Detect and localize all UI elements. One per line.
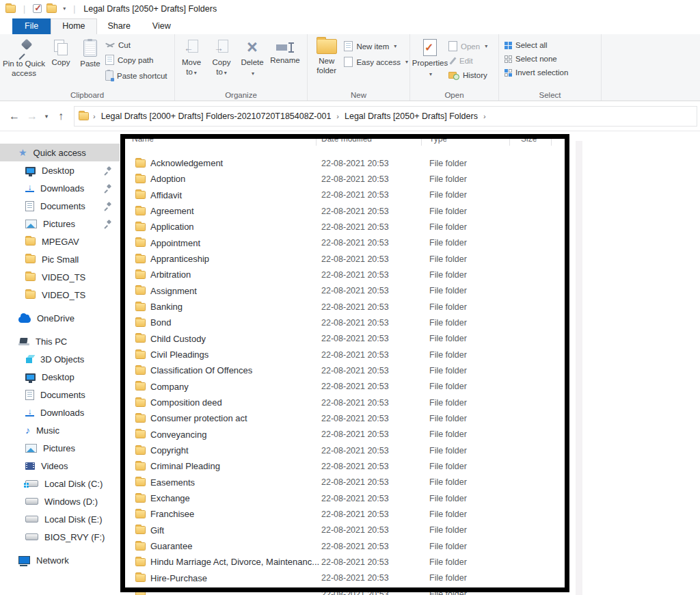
select-all-button[interactable]: Select all	[504, 41, 568, 49]
address-bar[interactable]: ›Legal Drafts [2000+ Drafts] Folders-202…	[74, 106, 697, 127]
table-row[interactable]: Acknowledgement22-08-2021 20:53File fold…	[120, 155, 700, 171]
breadcrumb-item-legal-drafts-2000-drafts-folders-20210720t185408z-001[interactable]: Legal Drafts [2000+ Drafts] Folders-2021…	[101, 111, 332, 121]
sidebar-item-music[interactable]: Music	[0, 421, 120, 439]
rename-button[interactable]: Rename	[268, 34, 302, 66]
properties-button[interactable]: Properties ▾	[412, 34, 448, 77]
table-row[interactable]: Franchisee22-08-2021 20:53File folder	[120, 506, 700, 522]
sidebar-item-desktop[interactable]: Desktop	[0, 161, 120, 179]
sidebar-item-mpegav[interactable]: MPEGAV	[0, 233, 120, 250]
column-divider[interactable]	[551, 134, 552, 146]
table-row[interactable]: Hindu Marriage Act, Divorce, Maintenanc.…	[120, 554, 700, 570]
column-divider[interactable]	[509, 134, 510, 146]
column-divider[interactable]	[421, 134, 422, 146]
cut-button[interactable]: Cut	[105, 41, 167, 49]
up-arrow-icon[interactable]: ↑	[52, 110, 70, 122]
sidebar-item-pictures[interactable]: Pictures	[0, 215, 120, 233]
sidebar-item-network[interactable]: Network	[0, 551, 120, 569]
folder-name: Guarantee	[150, 541, 192, 551]
delete-button[interactable]: × Delete ▾	[237, 34, 268, 77]
new-folder-button[interactable]: New folder	[309, 34, 344, 76]
new-item-button[interactable]: New item ▾	[344, 41, 408, 51]
easy-access-button[interactable]: Easy access ▾	[344, 57, 408, 67]
table-row[interactable]: Exchange22-08-2021 20:53File folder	[120, 490, 700, 506]
date-modified-cell: 22-08-2021 20:53	[321, 477, 389, 487]
forward-arrow-icon[interactable]: →	[23, 110, 41, 122]
select-none-button[interactable]: Select none	[504, 55, 568, 63]
table-row[interactable]: Banking22-08-2021 20:53File folder	[120, 299, 700, 315]
sidebar-item-documents[interactable]: Documents	[0, 197, 120, 215]
table-row[interactable]: Gift22-08-2021 20:53File folder	[120, 523, 700, 538]
copy-to-button[interactable]: Copy to▾	[206, 34, 237, 77]
sidebar-item-quick-access[interactable]: Quick access	[0, 144, 120, 161]
table-row[interactable]: Company22-08-2021 20:53File folder	[120, 379, 700, 395]
table-row[interactable]: Easements22-08-2021 20:53File folder	[120, 475, 700, 490]
table-row[interactable]: Criminal Pleading22-08-2021 20:53File fo…	[120, 458, 700, 474]
table-row[interactable]: Guarantee22-08-2021 20:53File folder	[120, 538, 700, 554]
column-header-size[interactable]: Size	[521, 134, 537, 144]
folder-name: Application	[150, 222, 194, 232]
table-row[interactable]: Hire-Purchase22-08-2021 20:53File folder	[120, 570, 700, 586]
folder-icon[interactable]	[5, 5, 16, 13]
tab-file[interactable]: File	[12, 18, 51, 34]
table-row[interactable]: Composition deed22-08-2021 20:53File fol…	[120, 395, 700, 410]
column-header-type[interactable]: Type	[429, 134, 447, 144]
tab-share[interactable]: Share	[97, 18, 142, 34]
sidebar-item-desktop[interactable]: Desktop	[0, 368, 120, 386]
sidebar-item-video-ts[interactable]: VIDEO_TS	[0, 286, 120, 304]
tab-home[interactable]: Home	[51, 18, 96, 34]
sidebar-item-pictures[interactable]: Pictures	[0, 439, 120, 457]
sidebar-item-windows-d[interactable]: Windows (D:)	[0, 492, 120, 510]
sidebar-item-downloads[interactable]: Downloads	[0, 404, 120, 421]
paste-shortcut-button[interactable]: Paste shortcut	[105, 70, 167, 81]
date-modified-cell: 22-08-2021 20:53	[321, 207, 389, 216]
table-row[interactable]: Agreement22-08-2021 20:53File folder	[120, 203, 700, 219]
table-row[interactable]: Consumer protection act22-08-2021 20:53F…	[120, 410, 700, 426]
edit-button[interactable]: Edit	[448, 57, 487, 65]
table-row[interactable]: Appranticeship22-08-2021 20:53File folde…	[120, 251, 700, 267]
sidebar-item-local-disk-e[interactable]: Local Disk (E:)	[0, 510, 120, 528]
checkbox-icon[interactable]	[33, 4, 42, 13]
sidebar-item-documents[interactable]: Documents	[0, 386, 120, 404]
pin-to-quick-access-button[interactable]: Pin to Quick access	[1, 34, 46, 79]
copy-button[interactable]: Copy	[46, 34, 75, 68]
tab-view[interactable]: View	[142, 18, 182, 34]
table-row[interactable]: Appointment22-08-2021 20:53File folder	[120, 235, 700, 251]
table-row[interactable]: Conveyancing22-08-2021 20:53File folder	[120, 427, 700, 442]
scrollbar-track[interactable]	[576, 141, 582, 595]
open-button[interactable]: Open ▾	[448, 41, 487, 51]
column-header-name[interactable]: Name	[132, 134, 154, 144]
table-row[interactable]: Bond22-08-2021 20:53File folder	[120, 315, 700, 330]
sidebar-item-videos[interactable]: Videos	[0, 457, 120, 475]
sidebar-item-local-disk-c[interactable]: Local Disk (C:)	[0, 475, 120, 492]
sidebar-item-downloads[interactable]: Downloads	[0, 179, 120, 197]
sidebar-item-bios-rvy-f[interactable]: BIOS_RVY (F:)	[0, 528, 120, 546]
history-button[interactable]: History	[448, 70, 487, 80]
sidebar-item-video-ts[interactable]: VIDEO_TS	[0, 268, 120, 286]
caret-down-icon[interactable]: ▾	[63, 5, 66, 12]
table-row[interactable]: Adoption22-08-2021 20:53File folder	[120, 171, 700, 187]
table-row[interactable]: Affidavit22-08-2021 20:53File folder	[120, 187, 700, 203]
table-row[interactable]: 22-08-2021 20:53File folder	[120, 586, 700, 595]
paste-button[interactable]: Paste	[75, 34, 105, 69]
table-row[interactable]: Copyright22-08-2021 20:53File folder	[120, 442, 700, 458]
table-row[interactable]: Classification Of Offences22-08-2021 20:…	[120, 362, 700, 378]
table-row[interactable]: Assignment22-08-2021 20:53File folder	[120, 283, 700, 299]
table-row[interactable]: Application22-08-2021 20:53File folder	[120, 219, 700, 235]
back-arrow-icon[interactable]: ←	[5, 110, 23, 122]
breadcrumb-item-legal-drafts-2050-drafts-folders[interactable]: Legal Drafts [2050+ Drafts] Folders	[345, 111, 478, 121]
folder-icon[interactable]	[46, 5, 57, 13]
move-to-button[interactable]: Move to▾	[176, 34, 206, 77]
sidebar-item-this-pc[interactable]: This PC	[0, 332, 120, 350]
sidebar-item-pic-small[interactable]: Pic Small	[0, 250, 120, 268]
copy-path-button[interactable]: Copy path	[105, 55, 167, 65]
recent-locations-caret-icon[interactable]: ▾	[41, 113, 52, 120]
cloud-icon	[18, 317, 31, 323]
column-header-date-modified[interactable]: Date modified	[321, 134, 372, 144]
sidebar-item-3d-objects[interactable]: 3D Objects	[0, 350, 120, 368]
column-divider[interactable]	[316, 134, 317, 146]
table-row[interactable]: Civil Pleadings22-08-2021 20:53File fold…	[120, 347, 700, 362]
table-row[interactable]: Child Custody22-08-2021 20:53File folder	[120, 331, 700, 347]
invert-selection-button[interactable]: Invert selection	[504, 68, 568, 77]
sidebar-item-onedrive[interactable]: OneDrive	[0, 309, 120, 327]
table-row[interactable]: Arbitration22-08-2021 20:53File folder	[120, 267, 700, 282]
